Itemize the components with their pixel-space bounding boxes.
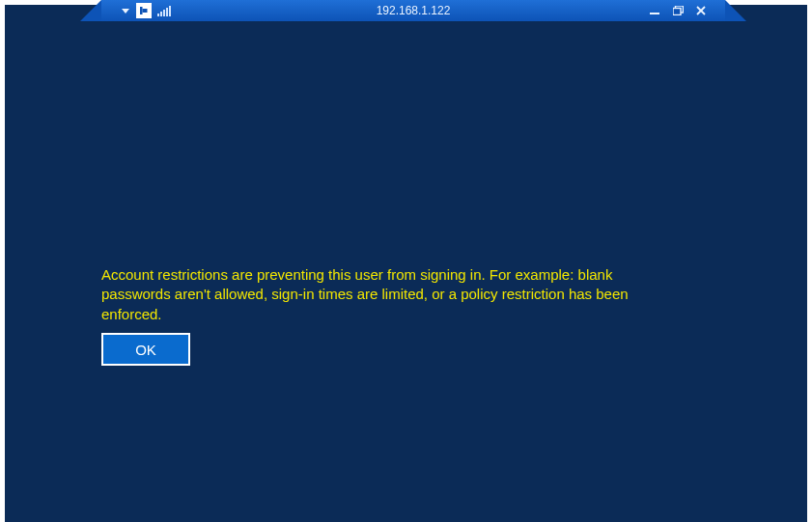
login-error-message: Account restrictions are preventing this…	[101, 265, 672, 324]
pin-icon[interactable]	[136, 3, 152, 18]
signal-icon[interactable]	[157, 5, 171, 16]
connection-title: 192.168.1.122	[101, 4, 725, 17]
svg-rect-5	[673, 9, 681, 15]
svg-rect-3	[650, 13, 659, 14]
svg-rect-2	[143, 9, 148, 13]
connection-bar[interactable]: 192.168.1.122	[101, 0, 725, 21]
ok-button-label: OK	[135, 342, 156, 358]
minimize-icon[interactable]	[648, 4, 661, 17]
chevron-down-icon[interactable]	[121, 6, 130, 15]
svg-marker-0	[122, 9, 129, 14]
rdp-window: Account restrictions are preventing this…	[0, 0, 812, 522]
client-area: Account restrictions are preventing this…	[5, 5, 807, 522]
connection-bar-left	[101, 3, 171, 18]
ok-button[interactable]: OK	[101, 333, 190, 366]
close-icon[interactable]	[694, 4, 708, 17]
restore-icon[interactable]	[671, 4, 685, 17]
connection-bar-right	[648, 4, 725, 17]
svg-rect-1	[140, 7, 143, 14]
